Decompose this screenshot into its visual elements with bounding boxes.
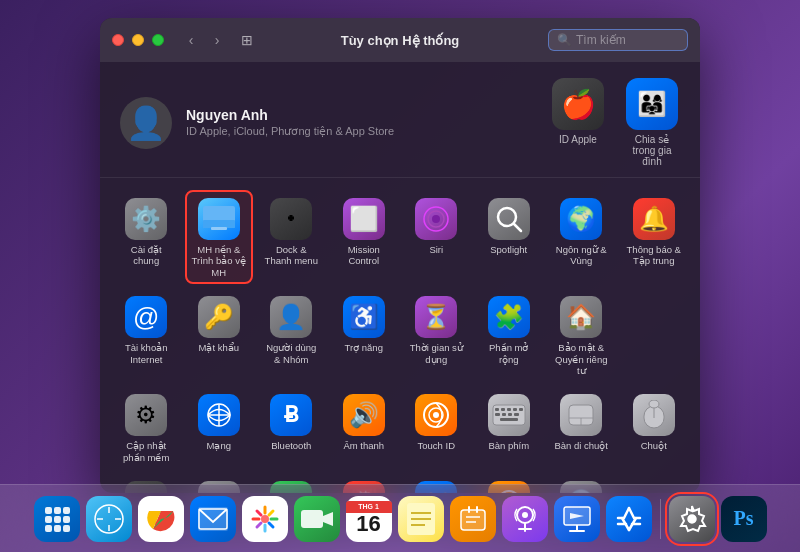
- svg-line-65: [257, 511, 261, 515]
- settings-icon-mouse[interactable]: Chuột: [620, 386, 689, 469]
- svg-rect-24: [500, 418, 518, 421]
- svg-point-82: [522, 512, 528, 518]
- svg-rect-19: [519, 408, 523, 411]
- dock-item-photos[interactable]: [242, 496, 288, 542]
- svg-marker-53: [103, 513, 115, 525]
- settings-icon-internet[interactable]: @Tài khoản Internet: [112, 288, 181, 382]
- window-title: Tùy chọn Hệ thống: [341, 33, 460, 48]
- apple-id-icon: 🍎: [552, 78, 604, 130]
- svg-rect-2: [211, 227, 227, 230]
- svg-rect-15: [495, 408, 499, 411]
- dock-item-settings-dock[interactable]: [669, 496, 715, 542]
- settings-icon-img-general: ⚙️: [125, 198, 167, 240]
- settings-icon-sound[interactable]: 🔊Âm thanh: [330, 386, 399, 469]
- svg-point-5: [432, 215, 440, 223]
- settings-icon-network[interactable]: Mạng: [185, 386, 254, 469]
- settings-icon-siri[interactable]: Siri: [402, 190, 471, 284]
- settings-icon-img-desktop: [198, 198, 240, 240]
- settings-icon-screentime[interactable]: ⏳Thời gian sử dụng: [402, 288, 471, 382]
- settings-icon-img-touchid: [415, 394, 457, 436]
- dock-divider: [660, 499, 661, 539]
- settings-icon-img-internet: @: [125, 296, 167, 338]
- family-share-label: Chia sẻ trong gia đình: [624, 134, 680, 167]
- svg-point-60: [261, 515, 269, 523]
- settings-icon-label-spotlight: Spotlight: [490, 244, 527, 255]
- search-input[interactable]: [576, 33, 686, 47]
- settings-icon-label-sound: Âm thanh: [343, 440, 384, 451]
- minimize-button[interactable]: [132, 34, 144, 46]
- settings-icon-label-siri: Siri: [429, 244, 443, 255]
- back-button[interactable]: ‹: [180, 29, 202, 51]
- settings-icon-img-keyboard: [488, 394, 530, 436]
- settings-icon-desktop[interactable]: MH nền & Trình bảo vệ MH: [185, 190, 254, 284]
- settings-icon-img-accessibility: ♿: [343, 296, 385, 338]
- settings-icon-label-desktop: MH nền & Trình bảo vệ MH: [190, 244, 248, 278]
- settings-icon-img-siri: [415, 198, 457, 240]
- avatar: 👤: [120, 97, 172, 149]
- settings-icon-extensions[interactable]: 🧩Phần mở rộng: [475, 288, 544, 382]
- dock-item-podcasts[interactable]: [502, 496, 548, 542]
- settings-icon-label-security: Bảo mật & Quyền riêng tư: [552, 342, 610, 376]
- settings-icon-img-mouse: [633, 394, 675, 436]
- maximize-button[interactable]: [152, 34, 164, 46]
- svg-rect-39: [54, 507, 61, 514]
- settings-icon-label-users: Người dùng & Nhóm: [262, 342, 320, 365]
- dock-item-facetime[interactable]: [294, 496, 340, 542]
- apple-id-shortcut[interactable]: 🍎 ID Apple: [552, 78, 604, 167]
- settings-icon-keyboard[interactable]: Bàn phím: [475, 386, 544, 469]
- grid-view-button[interactable]: ⊞: [236, 29, 258, 51]
- settings-icon-passwords[interactable]: 🔑Mật khẩu: [185, 288, 254, 382]
- settings-icon-general[interactable]: ⚙️Cài đặt chung: [112, 190, 181, 284]
- svg-rect-21: [502, 413, 506, 416]
- settings-icon-img-language: 🌍: [560, 198, 602, 240]
- settings-icon-trackpad[interactable]: Bàn di chuột: [547, 386, 616, 469]
- svg-rect-75: [461, 510, 485, 530]
- search-icon: 🔍: [557, 33, 572, 47]
- close-button[interactable]: [112, 34, 124, 46]
- settings-icon-spotlight[interactable]: Spotlight: [475, 190, 544, 284]
- svg-line-7: [514, 224, 521, 231]
- dock-item-reminders[interactable]: [450, 496, 496, 542]
- settings-icon-label-software: Cập nhật phần mềm: [117, 440, 175, 463]
- settings-icon-bluetooth[interactable]: ɃBluetooth: [257, 386, 326, 469]
- settings-icon-notifications[interactable]: 🔔Thông báo & Tập trung: [620, 190, 689, 284]
- dock-item-ps[interactable]: Ps: [721, 496, 767, 542]
- settings-icon-label-dock: Dock & Thanh menu: [262, 244, 320, 267]
- settings-icon-dock[interactable]: 🞄Dock & Thanh menu: [257, 190, 326, 284]
- settings-icon-users[interactable]: 👤Người dùng & Nhóm: [257, 288, 326, 382]
- svg-point-13: [433, 412, 439, 418]
- settings-icon-security[interactable]: 🏠Bảo mật & Quyền riêng tư: [547, 288, 616, 382]
- svg-line-67: [269, 511, 273, 515]
- svg-rect-41: [45, 516, 52, 523]
- dock-item-chrome[interactable]: [138, 496, 184, 542]
- family-share-shortcut[interactable]: 👨‍👩‍👧 Chia sẻ trong gia đình: [624, 78, 680, 167]
- settings-icon-img-screentime: ⏳: [415, 296, 457, 338]
- titlebar: ‹ › ⊞ Tùy chọn Hệ thống 🔍: [100, 18, 700, 62]
- dock-item-appstore[interactable]: [606, 496, 652, 542]
- settings-icon-img-passwords: 🔑: [198, 296, 240, 338]
- dock-item-keynote[interactable]: [554, 496, 600, 542]
- svg-rect-46: [63, 525, 70, 532]
- settings-icon-mission[interactable]: ⬜Mission Control: [330, 190, 399, 284]
- settings-icon-img-notifications: 🔔: [633, 198, 675, 240]
- settings-icon-language[interactable]: 🌍Ngôn ngữ & Vùng: [547, 190, 616, 284]
- settings-icon-label-network: Mạng: [207, 440, 231, 451]
- dock-item-calendar[interactable]: THG 116: [346, 496, 392, 542]
- settings-icon-img-bluetooth: Ƀ: [270, 394, 312, 436]
- dock-item-launchpad[interactable]: [34, 496, 80, 542]
- forward-button[interactable]: ›: [206, 29, 228, 51]
- settings-icon-img-trackpad: [560, 394, 602, 436]
- svg-rect-69: [301, 510, 323, 528]
- dock-item-safari[interactable]: [86, 496, 132, 542]
- search-bar[interactable]: 🔍: [548, 29, 688, 51]
- svg-rect-58: [198, 507, 228, 531]
- settings-icon-software[interactable]: ⚙Cập nhật phần mềm: [112, 386, 181, 469]
- settings-icon-label-trackpad: Bàn di chuột: [554, 440, 608, 451]
- dock-item-mail[interactable]: [190, 496, 236, 542]
- settings-icon-label-passwords: Mật khẩu: [198, 342, 239, 353]
- settings-icon-touchid[interactable]: Touch ID: [402, 386, 471, 469]
- settings-icon-accessibility[interactable]: ♿Trợ năng: [330, 288, 399, 382]
- svg-rect-45: [54, 525, 61, 532]
- dock-item-notes[interactable]: [398, 496, 444, 542]
- settings-icon-label-accessibility: Trợ năng: [345, 342, 383, 353]
